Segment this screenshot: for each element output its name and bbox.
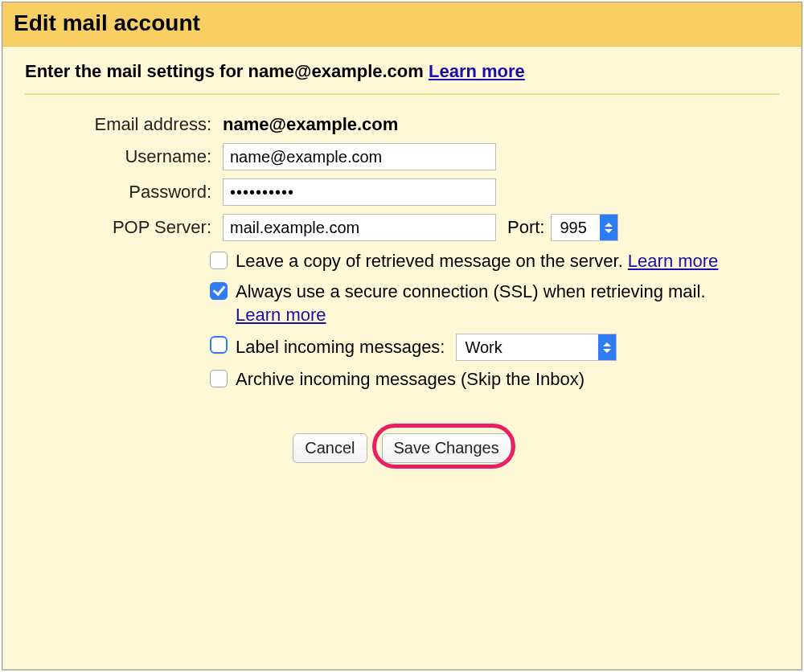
- save-changes-button[interactable]: Save Changes: [382, 433, 511, 463]
- option-ssl-text: Always use a secure connection (SSL) whe…: [236, 281, 706, 301]
- checkbox-leave-copy[interactable]: [210, 252, 228, 269]
- row-email: Email address: name@example.com: [25, 114, 779, 135]
- label-username: Username:: [25, 146, 223, 167]
- options-group: Leave a copy of retrieved message on the…: [25, 249, 779, 391]
- checkbox-label-incoming[interactable]: [210, 336, 228, 354]
- button-row: Cancel Save Changes: [25, 433, 779, 463]
- intro-line: Enter the mail settings for name@example…: [25, 61, 779, 95]
- value-email: name@example.com: [223, 114, 398, 135]
- row-pop-server: POP Server: Port: 995: [25, 214, 779, 241]
- password-input[interactable]: [223, 178, 496, 206]
- dialog-content: Enter the mail settings for name@example…: [2, 47, 802, 463]
- intro-learn-more-link[interactable]: Learn more: [429, 61, 525, 81]
- dialog-title: Edit mail account: [14, 10, 790, 36]
- label-email: Email address:: [25, 114, 223, 135]
- cancel-button[interactable]: Cancel: [293, 433, 367, 463]
- chevron-updown-icon: [600, 215, 617, 240]
- pop-server-input[interactable]: [223, 214, 496, 241]
- intro-prefix: Enter the mail settings for: [25, 61, 243, 81]
- label-password: Password:: [25, 182, 223, 203]
- form: Email address: name@example.com Username…: [25, 114, 779, 463]
- option-leave-copy-learn-more-link[interactable]: Learn more: [628, 249, 719, 273]
- intro-email: name@example.com: [248, 61, 424, 81]
- dialog-titlebar: Edit mail account: [2, 2, 802, 47]
- option-ssl: Always use a secure connection (SSL) whe…: [25, 280, 779, 327]
- option-label-incoming-text: Label incoming messages:: [236, 335, 445, 359]
- username-input[interactable]: [223, 143, 496, 170]
- option-archive: Archive incoming messages (Skip the Inbo…: [25, 367, 779, 391]
- checkbox-ssl[interactable]: [210, 282, 228, 300]
- option-label-incoming: Label incoming messages: Work: [25, 334, 779, 361]
- option-archive-text: Archive incoming messages (Skip the Inbo…: [236, 367, 585, 391]
- label-pop-server: POP Server:: [25, 217, 223, 238]
- dialog-edit-mail-account: Edit mail account Enter the mail setting…: [2, 2, 802, 670]
- label-select[interactable]: Work: [456, 334, 617, 361]
- option-leave-copy-text: Leave a copy of retrieved message on the…: [236, 249, 623, 273]
- label-port: Port:: [507, 217, 544, 238]
- port-select[interactable]: 995: [551, 214, 618, 241]
- chevron-updown-icon: [598, 334, 616, 360]
- option-leave-copy: Leave a copy of retrieved message on the…: [25, 249, 779, 273]
- row-password: Password:: [25, 178, 779, 206]
- checkbox-archive[interactable]: [210, 370, 228, 387]
- label-select-value: Work: [457, 337, 526, 359]
- row-username: Username:: [25, 143, 779, 170]
- option-ssl-learn-more-link[interactable]: Learn more: [236, 305, 326, 325]
